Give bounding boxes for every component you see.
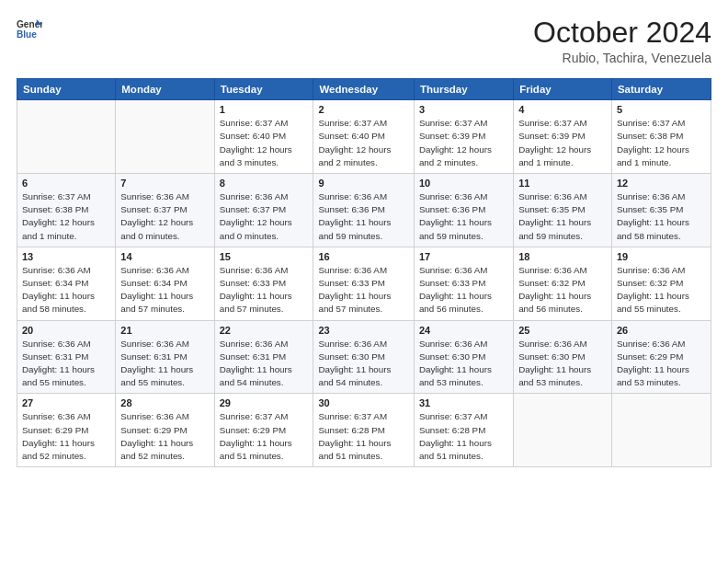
calendar-cell bbox=[17, 100, 116, 174]
calendar-cell: 21Sunrise: 6:36 AMSunset: 6:31 PMDayligh… bbox=[116, 320, 214, 394]
day-info: Sunrise: 6:37 AMSunset: 6:38 PMDaylight:… bbox=[617, 117, 706, 169]
day-number: 10 bbox=[419, 178, 508, 189]
calendar-cell: 19Sunrise: 6:36 AMSunset: 6:32 PMDayligh… bbox=[611, 247, 711, 320]
calendar-cell: 24Sunrise: 6:36 AMSunset: 6:30 PMDayligh… bbox=[414, 320, 513, 394]
day-info: Sunrise: 6:36 AMSunset: 6:35 PMDaylight:… bbox=[518, 190, 607, 243]
day-number: 28 bbox=[120, 397, 209, 408]
calendar-cell: 23Sunrise: 6:36 AMSunset: 6:30 PMDayligh… bbox=[313, 320, 414, 394]
day-info: Sunrise: 6:37 AMSunset: 6:40 PMDaylight:… bbox=[318, 117, 408, 169]
calendar-cell: 27Sunrise: 6:36 AMSunset: 6:29 PMDayligh… bbox=[17, 394, 116, 467]
calendar-cell: 2Sunrise: 6:37 AMSunset: 6:40 PMDaylight… bbox=[313, 100, 414, 174]
dow-header: Monday bbox=[116, 79, 214, 100]
dow-header: Thursday bbox=[414, 79, 513, 100]
day-number: 14 bbox=[120, 251, 209, 262]
location-subtitle: Rubio, Tachira, Venezuela bbox=[533, 51, 711, 65]
day-number: 12 bbox=[617, 178, 706, 189]
day-number: 18 bbox=[518, 251, 607, 262]
calendar-table: SundayMondayTuesdayWednesdayThursdayFrid… bbox=[17, 78, 711, 467]
day-number: 16 bbox=[318, 251, 408, 262]
day-number: 22 bbox=[220, 325, 309, 336]
dow-header: Wednesday bbox=[313, 79, 414, 100]
day-info: Sunrise: 6:37 AMSunset: 6:28 PMDaylight:… bbox=[419, 410, 508, 463]
day-info: Sunrise: 6:37 AMSunset: 6:40 PMDaylight:… bbox=[220, 117, 309, 169]
day-info: Sunrise: 6:36 AMSunset: 6:31 PMDaylight:… bbox=[120, 338, 209, 390]
calendar-cell: 1Sunrise: 6:37 AMSunset: 6:40 PMDaylight… bbox=[214, 100, 313, 174]
dow-header: Friday bbox=[514, 79, 612, 100]
calendar-cell: 10Sunrise: 6:36 AMSunset: 6:36 PMDayligh… bbox=[414, 174, 513, 247]
calendar-cell: 17Sunrise: 6:36 AMSunset: 6:33 PMDayligh… bbox=[414, 247, 513, 320]
day-number: 9 bbox=[318, 178, 408, 189]
calendar-cell: 31Sunrise: 6:37 AMSunset: 6:28 PMDayligh… bbox=[414, 394, 513, 467]
day-info: Sunrise: 6:37 AMSunset: 6:39 PMDaylight:… bbox=[518, 117, 607, 169]
day-info: Sunrise: 6:37 AMSunset: 6:39 PMDaylight:… bbox=[419, 117, 508, 169]
day-number: 26 bbox=[617, 325, 706, 336]
day-number: 4 bbox=[518, 104, 607, 115]
day-info: Sunrise: 6:36 AMSunset: 6:31 PMDaylight:… bbox=[22, 338, 110, 390]
logo: General Blue bbox=[17, 17, 42, 42]
day-info: Sunrise: 6:36 AMSunset: 6:36 PMDaylight:… bbox=[419, 190, 508, 243]
day-number: 23 bbox=[318, 325, 408, 336]
calendar-cell: 6Sunrise: 6:37 AMSunset: 6:38 PMDaylight… bbox=[17, 174, 116, 247]
calendar-cell: 30Sunrise: 6:37 AMSunset: 6:28 PMDayligh… bbox=[313, 394, 414, 467]
day-number: 25 bbox=[518, 325, 607, 336]
day-number: 6 bbox=[22, 178, 110, 189]
day-number: 11 bbox=[518, 178, 607, 189]
day-number: 2 bbox=[318, 104, 408, 115]
day-number: 17 bbox=[419, 251, 508, 262]
day-number: 19 bbox=[617, 251, 706, 262]
day-info: Sunrise: 6:36 AMSunset: 6:30 PMDaylight:… bbox=[318, 338, 408, 390]
day-info: Sunrise: 6:36 AMSunset: 6:29 PMDaylight:… bbox=[120, 410, 209, 463]
day-info: Sunrise: 6:36 AMSunset: 6:31 PMDaylight:… bbox=[220, 338, 309, 390]
dow-header: Tuesday bbox=[214, 79, 313, 100]
calendar-cell bbox=[611, 394, 711, 467]
calendar-cell: 15Sunrise: 6:36 AMSunset: 6:33 PMDayligh… bbox=[214, 247, 313, 320]
day-info: Sunrise: 6:36 AMSunset: 6:33 PMDaylight:… bbox=[419, 264, 508, 316]
calendar-cell: 14Sunrise: 6:36 AMSunset: 6:34 PMDayligh… bbox=[116, 247, 214, 320]
page-header: General Blue October 2024 Rubio, Tachira… bbox=[17, 17, 711, 65]
day-number: 21 bbox=[120, 325, 209, 336]
day-info: Sunrise: 6:36 AMSunset: 6:33 PMDaylight:… bbox=[220, 264, 309, 316]
calendar-cell: 22Sunrise: 6:36 AMSunset: 6:31 PMDayligh… bbox=[214, 320, 313, 394]
dow-header: Saturday bbox=[611, 79, 711, 100]
title-block: October 2024 Rubio, Tachira, Venezuela bbox=[533, 17, 711, 65]
calendar-cell: 16Sunrise: 6:36 AMSunset: 6:33 PMDayligh… bbox=[313, 247, 414, 320]
calendar-cell: 29Sunrise: 6:37 AMSunset: 6:29 PMDayligh… bbox=[214, 394, 313, 467]
day-number: 5 bbox=[617, 104, 706, 115]
calendar-cell: 8Sunrise: 6:36 AMSunset: 6:37 PMDaylight… bbox=[214, 174, 313, 247]
calendar-cell: 13Sunrise: 6:36 AMSunset: 6:34 PMDayligh… bbox=[17, 247, 116, 320]
day-number: 30 bbox=[318, 397, 408, 408]
day-number: 7 bbox=[120, 178, 209, 189]
dow-header: Sunday bbox=[17, 79, 116, 100]
day-number: 24 bbox=[419, 325, 508, 336]
day-info: Sunrise: 6:36 AMSunset: 6:32 PMDaylight:… bbox=[518, 264, 607, 316]
calendar-cell: 4Sunrise: 6:37 AMSunset: 6:39 PMDaylight… bbox=[514, 100, 612, 174]
day-info: Sunrise: 6:36 AMSunset: 6:37 PMDaylight:… bbox=[220, 190, 309, 243]
calendar-cell bbox=[116, 100, 214, 174]
day-info: Sunrise: 6:36 AMSunset: 6:29 PMDaylight:… bbox=[617, 338, 706, 390]
day-info: Sunrise: 6:36 AMSunset: 6:34 PMDaylight:… bbox=[22, 264, 110, 316]
day-number: 29 bbox=[220, 397, 309, 408]
day-number: 15 bbox=[220, 251, 309, 262]
calendar-cell: 28Sunrise: 6:36 AMSunset: 6:29 PMDayligh… bbox=[116, 394, 214, 467]
day-info: Sunrise: 6:36 AMSunset: 6:36 PMDaylight:… bbox=[318, 190, 408, 243]
day-info: Sunrise: 6:36 AMSunset: 6:34 PMDaylight:… bbox=[120, 264, 209, 316]
logo-icon: General Blue bbox=[17, 17, 42, 42]
calendar-cell bbox=[514, 394, 612, 467]
day-info: Sunrise: 6:36 AMSunset: 6:30 PMDaylight:… bbox=[518, 338, 607, 390]
day-info: Sunrise: 6:36 AMSunset: 6:37 PMDaylight:… bbox=[120, 190, 209, 243]
calendar-cell: 25Sunrise: 6:36 AMSunset: 6:30 PMDayligh… bbox=[514, 320, 612, 394]
calendar-cell: 18Sunrise: 6:36 AMSunset: 6:32 PMDayligh… bbox=[514, 247, 612, 320]
calendar-cell: 12Sunrise: 6:36 AMSunset: 6:35 PMDayligh… bbox=[611, 174, 711, 247]
month-title: October 2024 bbox=[533, 17, 711, 49]
day-info: Sunrise: 6:36 AMSunset: 6:29 PMDaylight:… bbox=[22, 410, 110, 463]
day-info: Sunrise: 6:37 AMSunset: 6:29 PMDaylight:… bbox=[220, 410, 309, 463]
day-info: Sunrise: 6:37 AMSunset: 6:38 PMDaylight:… bbox=[22, 190, 110, 243]
day-number: 8 bbox=[220, 178, 309, 189]
day-number: 27 bbox=[22, 397, 110, 408]
day-number: 20 bbox=[22, 325, 110, 336]
day-number: 31 bbox=[419, 397, 508, 408]
day-number: 13 bbox=[22, 251, 110, 262]
calendar-cell: 3Sunrise: 6:37 AMSunset: 6:39 PMDaylight… bbox=[414, 100, 513, 174]
calendar-cell: 20Sunrise: 6:36 AMSunset: 6:31 PMDayligh… bbox=[17, 320, 116, 394]
day-info: Sunrise: 6:36 AMSunset: 6:35 PMDaylight:… bbox=[617, 190, 706, 243]
